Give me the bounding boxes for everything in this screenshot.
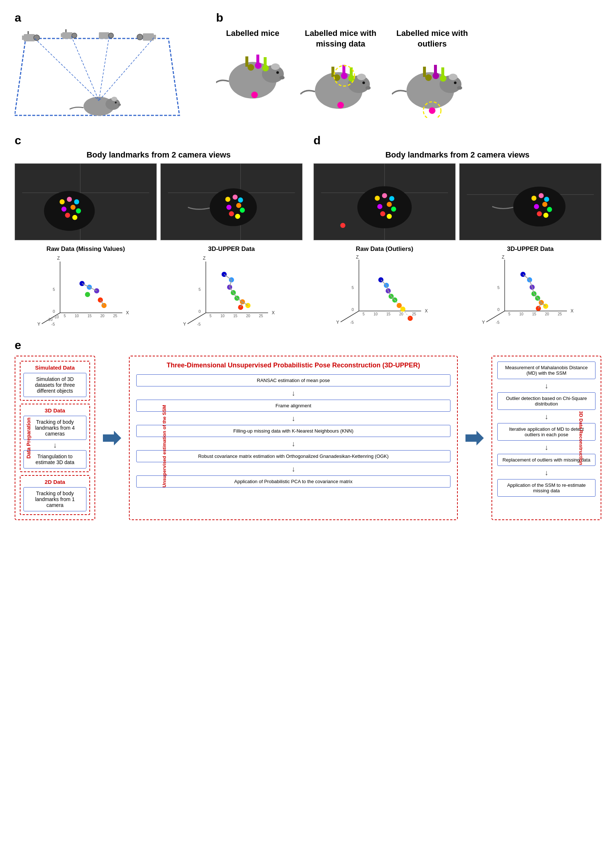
ssm-steps: RANSAC estimation of mean pose ↓ Frame a… [136, 374, 451, 487]
mouse-card-3: Labelled mice withoutliers [392, 28, 473, 118]
2d-data-box: 2D Data Tracking of body landmarks from … [20, 475, 90, 515]
svg-text:-5: -5 [496, 320, 500, 325]
panel-c-plot2: 3D-UPPER Data X Y Z 5 0 -5 5 10 15 [160, 245, 303, 327]
svg-text:0: 0 [53, 309, 55, 314]
panel-b: b Labelled mice [216, 11, 601, 118]
camera-setup-illustration [15, 27, 190, 123]
mouse3-svg [392, 52, 473, 118]
panel-a: a [15, 11, 205, 123]
recon-column: 3D Data Reconstruction Measurement of Ma… [492, 356, 601, 520]
panel-e: e Data Preparation Simulated Data Simula… [15, 338, 601, 520]
svg-text:10: 10 [519, 312, 524, 316]
ssm-step-3: Filling-up missing data with K-Nearest N… [136, 425, 451, 437]
panel-a-label: a [15, 11, 205, 25]
svg-text:25: 25 [558, 312, 562, 316]
panel-d-view2 [459, 163, 601, 240]
svg-rect-57 [423, 67, 426, 77]
svg-text:25: 25 [259, 314, 263, 318]
svg-rect-9 [99, 32, 109, 39]
svg-line-191 [486, 311, 504, 322]
svg-point-17 [115, 102, 117, 104]
ssm-step-2: Frame alignment [136, 400, 451, 412]
panel-d-label: d [313, 134, 601, 147]
svg-point-31 [251, 91, 258, 98]
svg-point-43 [337, 102, 344, 108]
svg-point-161 [537, 211, 542, 217]
svg-point-189 [400, 306, 405, 312]
svg-text:20: 20 [246, 314, 250, 318]
svg-point-50 [449, 74, 457, 80]
svg-rect-59 [441, 68, 444, 75]
svg-point-52 [457, 86, 462, 90]
recon-arrow-1: ↓ [545, 382, 548, 390]
svg-text:Y: Y [482, 320, 485, 325]
svg-text:20: 20 [399, 312, 404, 316]
svg-text:5: 5 [198, 287, 201, 292]
svg-point-142 [357, 186, 412, 228]
svg-rect-45 [343, 65, 345, 75]
panel-e-label: e [15, 338, 601, 352]
svg-point-79 [238, 198, 243, 203]
svg-text:0: 0 [497, 307, 500, 312]
section-e-content: Data Preparation Simulated Data Simulati… [15, 356, 601, 520]
recon-arrow-2: ↓ [545, 413, 548, 420]
svg-text:5: 5 [53, 287, 55, 292]
big-arrow-1 [101, 356, 123, 520]
svg-point-38 [363, 82, 365, 84]
ssm-outer-box: Three-Dimensional Unsupervised Probabili… [129, 356, 458, 520]
svg-point-157 [544, 197, 549, 202]
svg-text:5: 5 [209, 314, 212, 318]
svg-rect-11 [143, 33, 154, 41]
svg-text:0: 0 [198, 309, 201, 314]
panel-c-plot2-svg: X Y Z 5 0 -5 5 10 15 20 25 [160, 254, 303, 327]
ssm-step-1: RANSAC estimation of mean pose [136, 374, 451, 386]
svg-point-26 [277, 71, 279, 74]
3d-data-inner1: Tracking of body landmarks from 4 camera… [24, 416, 86, 440]
ssm-arrow-3: ↓ [292, 440, 295, 447]
svg-marker-220 [465, 431, 484, 445]
svg-point-84 [235, 214, 240, 219]
svg-point-160 [547, 207, 552, 212]
svg-rect-46 [350, 68, 353, 75]
svg-point-39 [366, 86, 371, 90]
svg-rect-5 [62, 32, 72, 39]
svg-point-158 [542, 202, 547, 207]
mouse-card-2: Labelled mice withmissing data [300, 28, 381, 118]
panel-d-camera-views [313, 163, 601, 240]
svg-text:Y: Y [37, 322, 40, 327]
svg-text:X: X [570, 308, 574, 314]
svg-line-19 [35, 38, 99, 101]
svg-point-188 [397, 303, 402, 308]
recon-step-5: Application of the SSM to re-estimate mi… [497, 479, 596, 497]
ssm-arrow-2: ↓ [292, 415, 295, 422]
svg-point-143 [375, 196, 380, 201]
svg-text:Y: Y [183, 322, 186, 327]
panel-c-view2 [160, 163, 303, 240]
mouse1-label: Labelled mice [226, 28, 280, 39]
svg-point-27 [280, 76, 284, 80]
svg-point-81 [226, 205, 231, 210]
recon-outer-box: 3D Data Reconstruction Measurement of Ma… [492, 356, 601, 520]
ssm-title: Three-Dimensional Unsupervised Probabili… [136, 361, 451, 369]
svg-text:25: 25 [412, 312, 416, 316]
svg-point-145 [389, 196, 394, 201]
svg-line-111 [187, 313, 206, 324]
svg-line-164 [341, 311, 359, 322]
svg-point-53 [425, 74, 432, 81]
svg-line-212 [523, 274, 530, 280]
svg-text:0: 0 [352, 307, 354, 312]
svg-line-182 [381, 280, 387, 285]
svg-text:-5: -5 [350, 320, 354, 325]
sections-cd: c Body landmarks from 2 camera views [15, 134, 601, 327]
svg-point-82 [240, 208, 245, 213]
svg-point-144 [382, 193, 387, 198]
svg-point-150 [387, 214, 392, 219]
panel-d-title: Body landmarks from 2 camera views [313, 150, 601, 160]
svg-point-151 [340, 223, 345, 228]
svg-text:10: 10 [75, 314, 79, 318]
ssm-arrow-4: ↓ [292, 465, 295, 473]
svg-text:-5: -5 [51, 322, 55, 327]
simulated-data-inner: Simulation of 3D datasets for three diff… [24, 373, 86, 397]
svg-text:Z: Z [57, 256, 60, 261]
svg-text:-10: -10 [53, 315, 59, 319]
